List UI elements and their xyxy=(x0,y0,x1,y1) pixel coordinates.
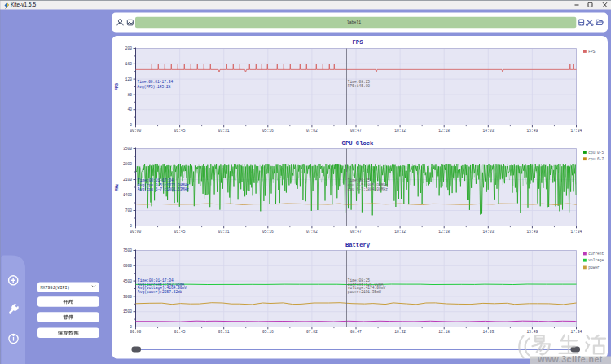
svg-text:08:47: 08:47 xyxy=(350,330,362,334)
svg-text:10:32: 10:32 xyxy=(394,230,406,234)
svg-text:00:00: 00:00 xyxy=(130,230,142,234)
svg-text:Avg(cpu 0-5):1371.08MHz: Avg(cpu 0-5):1371.08MHz xyxy=(138,183,189,187)
svg-text:7500: 7500 xyxy=(123,248,132,252)
svg-text:07:02: 07:02 xyxy=(306,230,318,234)
svg-text:17:34: 17:34 xyxy=(571,129,582,133)
svg-text:0: 0 xyxy=(130,325,132,329)
svg-text:14:03: 14:03 xyxy=(482,230,494,234)
svg-text:17:34: 17:34 xyxy=(571,330,582,334)
svg-text:3500: 3500 xyxy=(123,147,132,151)
svg-text:01:45: 01:45 xyxy=(174,129,186,133)
svg-text:Time:08:25: Time:08:25 xyxy=(348,178,371,182)
svg-text:00:00: 00:00 xyxy=(130,129,142,133)
svg-text:05:16: 05:16 xyxy=(262,230,274,234)
svg-text:1500: 1500 xyxy=(123,309,132,314)
svg-text:FPS: FPS xyxy=(353,39,364,46)
svg-text:current: current xyxy=(588,252,604,256)
svg-text:FPS:145.00: FPS:145.00 xyxy=(348,84,371,88)
svg-text:12:18: 12:18 xyxy=(438,129,450,133)
svg-text:10:32: 10:32 xyxy=(394,330,406,334)
svg-text:12:18: 12:18 xyxy=(438,230,450,234)
svg-text:07:02: 07:02 xyxy=(306,330,318,334)
svg-text:12:18: 12:18 xyxy=(438,330,450,334)
svg-text:3000: 3000 xyxy=(123,295,132,299)
svg-text:FPS: FPS xyxy=(115,83,120,90)
svg-text:cpu 6-7: cpu 6-7 xyxy=(588,157,604,161)
svg-text:05:16: 05:16 xyxy=(262,330,274,334)
svg-text:03:31: 03:31 xyxy=(218,129,230,133)
svg-text:14:03: 14:03 xyxy=(482,129,494,133)
svg-text:1400: 1400 xyxy=(123,193,132,197)
svg-text:CPU Clock: CPU Clock xyxy=(342,140,375,147)
svg-text:Battery: Battery xyxy=(345,242,371,248)
svg-text:0: 0 xyxy=(130,123,132,127)
svg-text:08:47: 08:47 xyxy=(350,129,362,133)
svg-text:17:34: 17:34 xyxy=(571,230,582,234)
svg-text:Avg(FPS):145.28: Avg(FPS):145.28 xyxy=(138,85,171,89)
svg-text:160: 160 xyxy=(125,62,133,66)
svg-text:0: 0 xyxy=(130,224,132,228)
svg-text:01:45: 01:45 xyxy=(174,230,186,234)
svg-text:03:31: 03:31 xyxy=(218,330,230,334)
svg-text:cpu 0-5:1805.00MHz: cpu 0-5:1805.00MHz xyxy=(348,183,388,187)
svg-text:03:31: 03:31 xyxy=(218,230,230,234)
svg-text:cpu 0-5: cpu 0-5 xyxy=(588,151,604,155)
svg-text:01:45: 01:45 xyxy=(174,330,186,334)
svg-text:FPS: FPS xyxy=(588,50,595,54)
svg-text:40: 40 xyxy=(127,107,132,112)
svg-text:voltage: voltage xyxy=(588,258,604,262)
svg-text:15:49: 15:49 xyxy=(527,129,538,133)
svg-text:00:00: 00:00 xyxy=(130,330,142,334)
svg-text:MX799J(WIFI): MX799J(WIFI) xyxy=(41,286,70,291)
svg-text:08:47: 08:47 xyxy=(350,230,362,234)
svg-text:label1: label1 xyxy=(347,20,361,24)
svg-text:Kite-v1.5.5: Kite-v1.5.5 xyxy=(11,2,36,7)
svg-text:Time:00:01-17:34: Time:00:01-17:34 xyxy=(138,178,174,182)
svg-text:Avg(power):2257.52mW: Avg(power):2257.52mW xyxy=(138,290,182,294)
svg-text:MHz: MHz xyxy=(115,183,120,191)
svg-text:www.3clife.net: www.3clife.net xyxy=(537,354,603,364)
svg-text:power:2191.35mW: power:2191.35mW xyxy=(348,290,381,294)
svg-text:15:49: 15:49 xyxy=(527,330,538,334)
svg-text:10:32: 10:32 xyxy=(394,129,406,133)
svg-text:120: 120 xyxy=(125,77,133,81)
svg-text:2800: 2800 xyxy=(123,162,132,166)
svg-text:Avg(cpu 6-7):1801.63MHz: Avg(cpu 6-7):1801.63MHz xyxy=(138,187,189,191)
svg-text:80: 80 xyxy=(127,93,132,97)
svg-text:15:49: 15:49 xyxy=(527,230,538,234)
svg-text:6000: 6000 xyxy=(123,264,132,268)
svg-text:cpu 6-7:1804.00MHz: cpu 6-7:1804.00MHz xyxy=(348,187,388,191)
svg-text:700: 700 xyxy=(125,208,133,213)
svg-text:07:02: 07:02 xyxy=(306,129,318,133)
svg-text:14:03: 14:03 xyxy=(482,330,494,334)
svg-text:power: power xyxy=(588,265,600,270)
svg-text:4500: 4500 xyxy=(123,279,132,283)
svg-text:200: 200 xyxy=(125,46,133,50)
svg-text:05:16: 05:16 xyxy=(262,129,274,133)
svg-text:2100: 2100 xyxy=(123,178,132,182)
